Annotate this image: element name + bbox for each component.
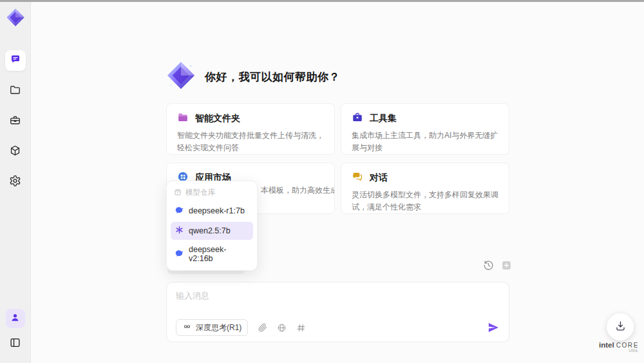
card-smart-folder[interactable]: 智能文件夹 智能文件夹功能支持批量文件上传与清洗，轻松实现文件问答 (166, 103, 335, 155)
chat-icon (10, 54, 21, 68)
folder-icon (9, 84, 21, 99)
sidebar (0, 0, 31, 363)
intel-logo-text: intel (599, 341, 614, 349)
card-description: 灵活切换多模型文件，支持多样回复效果调试，满足个性化需求 (352, 189, 498, 213)
sidebar-bottom (5, 309, 26, 354)
model-option-deepseek-v2[interactable]: deepseek-v2:16b (171, 242, 253, 266)
sidebar-item-toolbox[interactable] (5, 111, 26, 132)
card-description: 集成市场上主流工具，助力AI与外界无缝扩展与对接 (352, 130, 498, 153)
attach-file-button[interactable] (258, 323, 267, 332)
card-description: 本模板，助力高效生成多 (261, 184, 335, 197)
send-button[interactable] (487, 321, 500, 334)
card-toolset[interactable]: 工具集 集成市场上主流工具，助力AI与外界无缝扩展与对接 (341, 103, 509, 155)
conversation-icon (352, 171, 363, 185)
smart-folder-icon (177, 112, 189, 126)
globe-button[interactable] (277, 323, 287, 333)
deepseek-icon (175, 248, 184, 260)
sidebar-item-profile[interactable] (6, 309, 25, 328)
qwen-icon (175, 225, 184, 237)
card-title: 工具集 (370, 113, 397, 124)
card-title: 智能文件夹 (195, 113, 240, 124)
intel-core-badge: intel core Ultra (598, 341, 640, 353)
greeting-text: 你好，我可以如何帮助你？ (205, 70, 340, 84)
card-conversation[interactable]: 对话 灵活切换多模型文件，支持多样回复效果调试，满足个性化需求 (341, 162, 509, 214)
composer-icons (258, 323, 306, 333)
sidebar-item-models[interactable] (5, 141, 26, 162)
sidebar-item-docs[interactable] (5, 333, 26, 354)
model-option-qwen[interactable]: qwen2.5:7b (171, 222, 253, 240)
app-window: 你好，我可以如何帮助你？ 智能文件夹 智能文件夹功能支持批量文件上传与清洗，轻松… (0, 0, 644, 363)
panel-icon (9, 337, 21, 351)
message-composer: 深度思考(R1) (166, 282, 509, 342)
window-top-edge (0, 0, 644, 2)
new-chat-button[interactable] (501, 260, 512, 271)
deepseek-icon (175, 205, 184, 217)
card-title: 对话 (370, 172, 388, 184)
sidebar-item-chat[interactable] (5, 50, 26, 71)
app-logo-icon (6, 8, 25, 30)
sidebar-item-settings[interactable] (5, 172, 26, 192)
model-dropdown-header: 模型仓库 (171, 185, 253, 200)
download-icon (614, 320, 627, 335)
hashtag-button[interactable] (296, 323, 306, 333)
chat-actions (483, 260, 512, 271)
toolset-icon (352, 112, 363, 126)
cube-icon (9, 144, 21, 159)
history-button[interactable] (483, 260, 494, 271)
deep-think-icon (182, 322, 192, 333)
download-button[interactable] (607, 313, 634, 340)
message-input[interactable] (176, 290, 500, 315)
briefcase-icon (9, 114, 21, 129)
composer-toolbar: 深度思考(R1) (176, 319, 500, 336)
sidebar-nav (5, 50, 26, 192)
gear-icon (9, 175, 21, 190)
model-dropdown: 模型仓库 deepseek-r1:7b qwen2.5:7b deepseek-… (166, 181, 258, 271)
greeting-logo-icon (166, 61, 196, 93)
person-icon (10, 312, 21, 326)
sidebar-item-folders[interactable] (5, 81, 26, 101)
greeting-row: 你好，我可以如何帮助你？ (166, 61, 340, 93)
deep-think-toggle[interactable]: 深度思考(R1) (176, 319, 248, 336)
card-description: 智能文件夹功能支持批量文件上传与清洗，轻松实现文件问答 (177, 130, 324, 153)
model-repo-icon (174, 188, 182, 197)
model-option-deepseek-r1[interactable]: deepseek-r1:7b (171, 202, 253, 220)
